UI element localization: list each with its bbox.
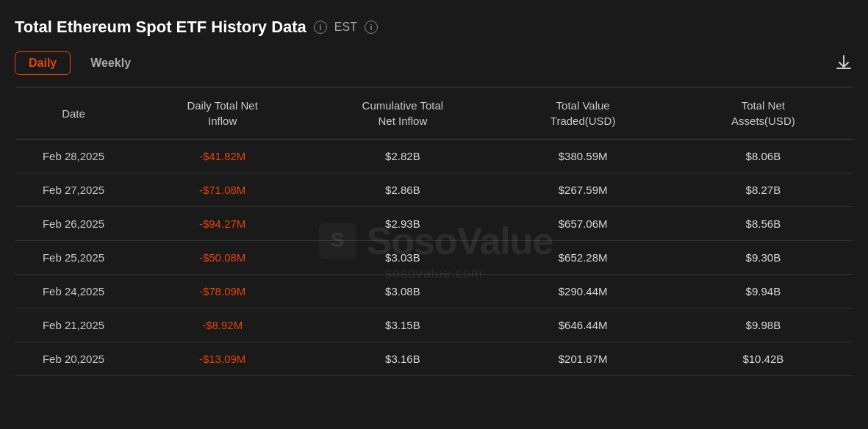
col-header-cumulative-net-inflow: Cumulative TotalNet Inflow — [312, 87, 492, 140]
cell-daily-net-inflow: -$71.08M — [132, 173, 312, 207]
cell-cumulative-net-inflow: $3.08B — [312, 275, 492, 309]
cell-daily-net-inflow: -$94.27M — [132, 207, 312, 241]
col-header-daily-net-inflow: Daily Total NetInflow — [132, 87, 312, 140]
table-row: Feb 21,2025-$8.92M$3.15B$646.44M$9.98B — [15, 309, 853, 342]
cell-date: Feb 20,2025 — [15, 342, 132, 376]
col-header-total-value-traded: Total ValueTraded(USD) — [493, 87, 673, 140]
cell-cumulative-net-inflow: $2.82B — [312, 140, 492, 173]
tabs-container: Daily Weekly — [15, 51, 145, 75]
cell-cumulative-net-inflow: $2.86B — [312, 173, 492, 207]
cell-daily-net-inflow: -$8.92M — [132, 309, 312, 342]
col-header-date: Date — [15, 87, 132, 140]
table-row: Feb 28,2025-$41.82M$2.82B$380.59M$8.06B — [15, 140, 853, 173]
cell-date: Feb 27,2025 — [15, 173, 132, 207]
cell-total-net-assets: $9.98B — [673, 309, 853, 342]
cell-cumulative-net-inflow: $3.15B — [312, 309, 492, 342]
cell-date: Feb 28,2025 — [15, 140, 132, 173]
download-button[interactable] — [834, 54, 853, 73]
data-table-wrapper: S SosoValue sosovalue.com Date Daily Tot… — [15, 87, 853, 376]
cell-cumulative-net-inflow: $3.03B — [312, 241, 492, 275]
cell-date: Feb 21,2025 — [15, 309, 132, 342]
cell-total-value-traded: $652.28M — [493, 241, 673, 275]
table-row: Feb 20,2025-$13.09M$3.16B$201.87M$10.42B — [15, 342, 853, 376]
cell-total-net-assets: $8.06B — [673, 140, 853, 173]
cell-total-net-assets: $9.94B — [673, 275, 853, 309]
cell-total-value-traded: $646.44M — [493, 309, 673, 342]
table-row: Feb 26,2025-$94.27M$2.93B$657.06M$8.56B — [15, 207, 853, 241]
cell-date: Feb 24,2025 — [15, 275, 132, 309]
est-label: EST — [334, 21, 357, 34]
table-row: Feb 27,2025-$71.08M$2.86B$267.59M$8.27B — [15, 173, 853, 207]
tabs-row: Daily Weekly — [15, 51, 853, 75]
cell-total-value-traded: $380.59M — [493, 140, 673, 173]
col-header-total-net-assets: Total NetAssets(USD) — [673, 87, 853, 140]
cell-daily-net-inflow: -$13.09M — [132, 342, 312, 376]
cell-date: Feb 25,2025 — [15, 241, 132, 275]
cell-total-net-assets: $9.30B — [673, 241, 853, 275]
cell-date: Feb 26,2025 — [15, 207, 132, 241]
cell-total-net-assets: $10.42B — [673, 342, 853, 376]
cell-total-value-traded: $267.59M — [493, 173, 673, 207]
cell-daily-net-inflow: -$41.82M — [132, 140, 312, 173]
cell-daily-net-inflow: -$50.08M — [132, 241, 312, 275]
cell-total-value-traded: $201.87M — [493, 342, 673, 376]
cell-total-net-assets: $8.56B — [673, 207, 853, 241]
est-info-icon[interactable]: i — [365, 21, 378, 34]
tab-weekly[interactable]: Weekly — [76, 51, 145, 75]
table-row: Feb 24,2025-$78.09M$3.08B$290.44M$9.94B — [15, 275, 853, 309]
cell-cumulative-net-inflow: $2.93B — [312, 207, 492, 241]
cell-daily-net-inflow: -$78.09M — [132, 275, 312, 309]
cell-total-value-traded: $290.44M — [493, 275, 673, 309]
tab-daily[interactable]: Daily — [15, 51, 71, 75]
table-row: Feb 25,2025-$50.08M$3.03B$652.28M$9.30B — [15, 241, 853, 275]
title-info-icon[interactable]: i — [314, 21, 327, 34]
cell-cumulative-net-inflow: $3.16B — [312, 342, 492, 376]
cell-total-value-traded: $657.06M — [493, 207, 673, 241]
etf-table: Date Daily Total NetInflow Cumulative To… — [15, 87, 853, 376]
cell-total-net-assets: $8.27B — [673, 173, 853, 207]
page-title: Total Ethereum Spot ETF History Data — [15, 18, 306, 37]
